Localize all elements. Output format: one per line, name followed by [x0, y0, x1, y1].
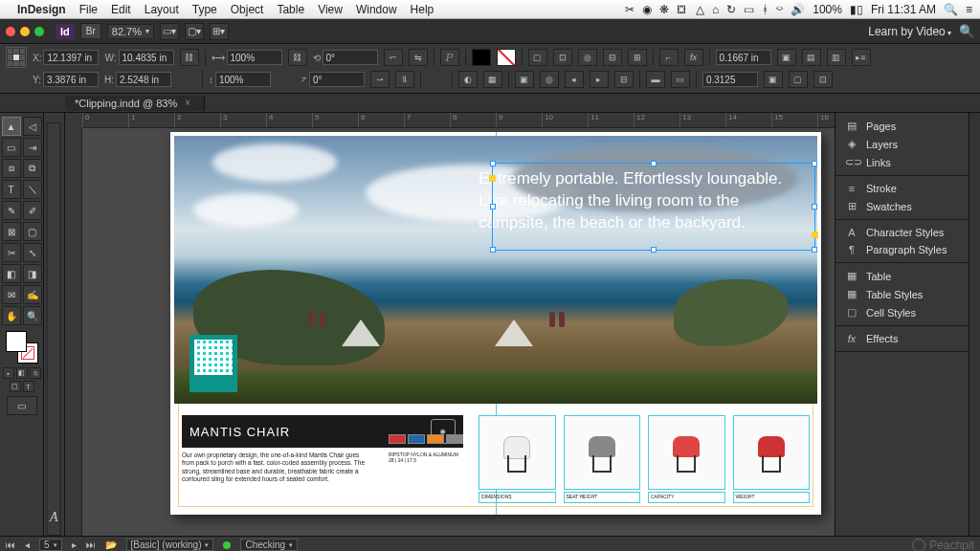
line-tool[interactable]: ＼ — [23, 180, 42, 199]
menu-file[interactable]: File — [79, 3, 98, 16]
menu-type[interactable]: Type — [192, 3, 217, 16]
flip-h-button[interactable]: ⇋ — [409, 49, 428, 66]
battery-icon[interactable]: ▮▯ — [850, 3, 863, 16]
chair-card-4[interactable]: WEIGHT — [733, 415, 811, 503]
fill-stroke-swatch[interactable] — [6, 331, 38, 364]
rotate-cw-button[interactable]: ⤻ — [370, 71, 390, 88]
zoom-tool[interactable]: 🔍 — [23, 306, 42, 325]
spotlight-icon[interactable]: 🔍 — [944, 3, 958, 16]
menu-help[interactable]: Help — [411, 3, 434, 16]
drop-shadow-button[interactable]: ▬ — [646, 71, 665, 88]
menu-table[interactable]: Table — [277, 3, 304, 16]
ruler-origin[interactable] — [65, 113, 82, 128]
wifi-icon[interactable]: ⌔ — [776, 3, 783, 16]
panel-effects[interactable]: fxEffects — [835, 330, 969, 347]
maximize-window-button[interactable] — [34, 27, 44, 36]
preset-select[interactable]: [Basic] (working) — [126, 539, 214, 551]
menu-flyout-icon[interactable]: ▸≡ — [852, 49, 871, 66]
frame-fit-3-button[interactable]: ▥ — [827, 49, 846, 66]
chair-card-1[interactable]: DIMENSIONS — [479, 415, 556, 503]
gradient-feather-tool[interactable]: ◨ — [23, 264, 42, 283]
chip-blue[interactable] — [408, 434, 425, 444]
textwrap-none-button[interactable]: ▢ — [528, 49, 547, 66]
hand-tool[interactable]: ✋ — [2, 306, 21, 325]
text-format-button[interactable]: T — [23, 381, 34, 392]
menu-layout[interactable]: Layout — [145, 3, 179, 16]
apply-none-button[interactable]: ⦸ — [30, 367, 41, 379]
menu-object[interactable]: Object — [231, 3, 264, 16]
panel-char-styles[interactable]: ACharacter Styles — [835, 224, 969, 241]
apply-gradient-button[interactable]: ◧ — [16, 367, 28, 379]
panel-cell-styles[interactable]: ▢Cell Styles — [835, 303, 969, 321]
scissors-tool[interactable]: ✂ — [2, 243, 21, 262]
h-field[interactable]: H:2.5248 in — [104, 72, 171, 87]
arrange-docs-button[interactable]: ⊞▾ — [210, 23, 229, 40]
doc-tab[interactable]: *Clipping.indd @ 83% × — [65, 96, 205, 111]
gradient-button[interactable]: ▦ — [483, 71, 502, 88]
corner-options-button[interactable]: ⌐ — [659, 49, 679, 66]
opacity-100-button[interactable]: ▭ — [671, 71, 690, 88]
panel-swatches[interactable]: ⊞Swatches — [835, 197, 969, 215]
house-icon[interactable]: ⌂ — [712, 3, 719, 16]
vertical-ruler[interactable] — [65, 128, 82, 536]
chip-grey[interactable] — [446, 434, 463, 444]
view-options-button[interactable]: ▭▾ — [160, 23, 179, 40]
page-nav-next-button[interactable]: ▸ — [72, 540, 77, 550]
chip-red[interactable] — [389, 434, 406, 444]
preflight-select[interactable]: Checking — [240, 539, 298, 551]
page-spread[interactable]: Extremely portable. Effortlessly loungab… — [170, 132, 821, 515]
menu-edit[interactable]: Edit — [111, 3, 131, 16]
select-content-button[interactable]: ◎ — [540, 71, 559, 88]
cc-icon[interactable]: ◉ — [642, 3, 652, 16]
open-icon[interactable]: 📂 — [105, 540, 117, 550]
gdrive-icon[interactable]: △ — [696, 3, 704, 16]
display-icon[interactable]: ▭ — [744, 3, 754, 16]
y-field[interactable]: Y:3.3876 in — [33, 72, 99, 87]
gap-tool[interactable]: ⇥ — [23, 138, 42, 157]
flip-v-button[interactable]: ⥮ — [395, 71, 414, 88]
shear-field[interactable]: ⦢0° — [301, 72, 365, 87]
page-tool[interactable]: ▭ — [2, 138, 21, 157]
menu-view[interactable]: View — [318, 3, 343, 16]
scale-y-field[interactable]: ↕100% — [209, 72, 271, 87]
note-tool[interactable]: ✉ — [2, 285, 21, 304]
gradient-swatch-tool[interactable]: ◧ — [2, 264, 21, 283]
textwrap-jumpnext-button[interactable]: ⊞ — [628, 49, 647, 66]
panel-links[interactable]: ⊂⊃Links — [835, 153, 969, 171]
panel-table-styles[interactable]: ▦Table Styles — [835, 285, 969, 303]
select-container-button[interactable]: ▣ — [515, 71, 534, 88]
stroke-swatch[interactable] — [497, 49, 516, 66]
textwrap-jump-button[interactable]: ⊟ — [603, 49, 622, 66]
menu-window[interactable]: Window — [356, 3, 397, 16]
container-format-button[interactable]: ▢ — [10, 381, 21, 392]
horizontal-ruler[interactable]: 012345678910111213141516171819 — [82, 113, 835, 128]
direct-selection-tool[interactable]: ◁ — [23, 117, 42, 136]
canvas[interactable]: 012345678910111213141516171819 Extremely… — [65, 113, 835, 536]
frame-fit-2-button[interactable]: ▤ — [802, 49, 821, 66]
workspace-switcher[interactable]: Learn by Video — [868, 25, 951, 38]
fill-swatch[interactable] — [472, 49, 491, 66]
page-nav-last-button[interactable]: ⏭ — [86, 540, 96, 550]
rotate-field[interactable]: ⟲0° — [313, 50, 378, 65]
volume-icon[interactable]: 🔊 — [791, 3, 805, 16]
zoom-select[interactable]: 82.7% — [107, 24, 154, 39]
panel-stroke[interactable]: ≡Stroke — [835, 180, 969, 197]
minimize-window-button[interactable] — [20, 27, 30, 36]
panel-table[interactable]: ▦Table — [835, 267, 969, 285]
panel-para-styles[interactable]: ¶Paragraph Styles — [835, 241, 969, 258]
evernote-icon[interactable]: ❋ — [659, 3, 669, 16]
screen-mode-button[interactable]: ▢▾ — [185, 23, 204, 40]
x-field[interactable]: X:12.1397 in — [33, 50, 99, 65]
stroke-weight-field[interactable]: 0.1667 in — [716, 50, 771, 65]
bluetooth-icon[interactable]: ᚼ — [762, 3, 768, 16]
clock[interactable]: Fri 11:31 AM — [871, 3, 936, 16]
textwrap-bbox-button[interactable]: ⊡ — [553, 49, 572, 66]
sync-icon[interactable]: ↻ — [726, 3, 736, 16]
scale-x-field[interactable]: ⟷100% — [212, 50, 282, 65]
rectangle-frame-tool[interactable]: ⊠ — [2, 222, 21, 241]
eyedropper-tool[interactable]: ✍ — [23, 285, 42, 304]
rotate-ccw-button[interactable]: ⤺ — [384, 49, 403, 66]
type-tool[interactable]: T — [2, 180, 21, 199]
free-transform-tool[interactable]: ⤡ — [23, 243, 42, 262]
p-icon[interactable]: P — [440, 49, 459, 66]
